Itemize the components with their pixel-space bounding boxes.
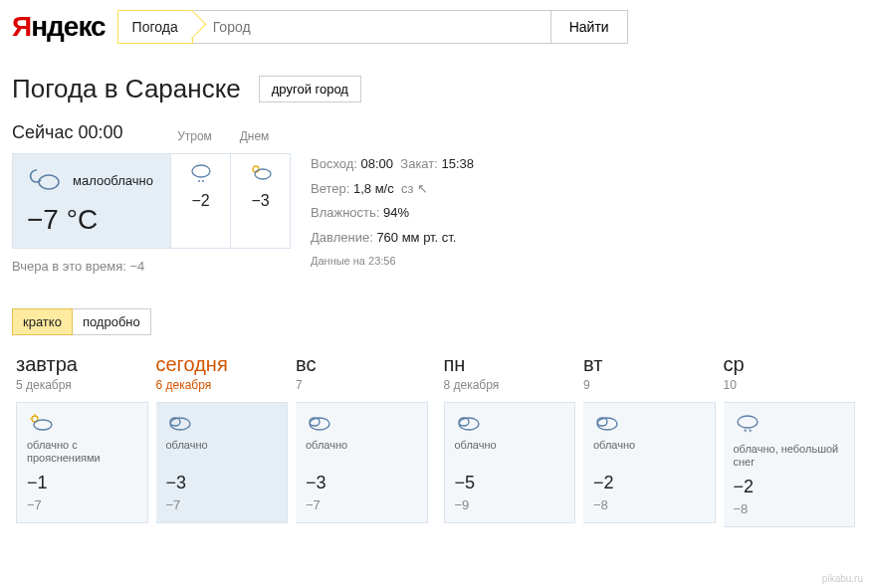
forecast-low: −7 xyxy=(166,497,278,512)
svg-point-18 xyxy=(738,416,758,428)
forecast-card: облачно−2−8 xyxy=(583,402,716,523)
forecast-day-name: завтра xyxy=(16,353,148,376)
other-city-button[interactable]: другой город xyxy=(259,76,361,102)
yesterday-temp: Вчера в это время: −4 xyxy=(12,259,291,274)
search-input[interactable] xyxy=(193,10,551,44)
part-temp-morning: −2 xyxy=(191,192,209,210)
part-card-day: −3 xyxy=(231,153,291,249)
forecast-card: облачно−3−7 xyxy=(156,402,289,523)
cloud-icon xyxy=(166,413,278,433)
forecast-day[interactable]: вс7облачно−3−7 xyxy=(292,353,432,527)
now-condition: малооблачно xyxy=(73,173,153,188)
weather-details: Восход: 08:00 Закат: 15:38 Ветер: 1,8 м/… xyxy=(311,152,474,274)
cloud-icon xyxy=(593,413,705,433)
forecast-day-name: вт xyxy=(583,353,716,376)
forecast-day-date: 5 декабря xyxy=(16,378,148,392)
sun-cloud-icon xyxy=(27,413,137,433)
svg-point-0 xyxy=(39,175,59,189)
forecast-day-date: 8 декабря xyxy=(444,378,576,392)
forecast-day-date: 6 декабря xyxy=(156,378,289,392)
part-card-morning: −2 xyxy=(171,153,231,249)
forecast-day-name: ср xyxy=(724,353,856,376)
forecast-high: −2 xyxy=(593,473,705,493)
part-label-morning: Утром xyxy=(165,129,225,143)
svg-point-1 xyxy=(192,165,210,177)
forecast-high: −3 xyxy=(306,473,417,493)
forecast-day-date: 9 xyxy=(583,378,716,392)
forecast-day[interactable]: вт9облачно−2−8 xyxy=(579,353,720,527)
main-content: Погода в Саранске другой город Сейчас 00… xyxy=(0,54,871,547)
forecast-low: −8 xyxy=(734,501,845,516)
forecast-day-name: пн xyxy=(444,353,576,376)
moon-cloud-icon xyxy=(27,166,63,194)
forecast-condition: облачно xyxy=(166,439,278,465)
svg-point-2 xyxy=(198,180,200,182)
forecast-card: облачно−3−7 xyxy=(296,402,428,523)
forecast-day-date: 7 xyxy=(296,378,428,392)
forecast-day-name: вс xyxy=(296,353,428,376)
part-label-day: Днем xyxy=(225,129,285,143)
forecast-card: **облачно, небольшой снег−2−8 xyxy=(724,402,856,527)
forecast-condition: облачно с прояснениями xyxy=(27,439,137,465)
forecast-condition: облачно xyxy=(593,439,705,465)
svg-point-9 xyxy=(34,420,52,430)
forecast-low: −7 xyxy=(27,497,137,512)
svg-text:*: * xyxy=(744,427,748,437)
svg-point-5 xyxy=(255,169,271,179)
svg-point-3 xyxy=(202,180,204,182)
snow-cloud-icon xyxy=(188,162,214,184)
sun-cloud-icon xyxy=(248,162,274,184)
forecast-high: −2 xyxy=(734,477,845,497)
forecast-low: −9 xyxy=(455,497,565,512)
forecast-card: облачно−5−9 xyxy=(444,402,576,523)
forecast-high: −5 xyxy=(455,473,565,493)
tab-detailed[interactable]: подробно xyxy=(72,308,151,335)
forecast-condition: облачно, небольшой снег xyxy=(734,443,845,469)
forecast-day[interactable]: ср10**облачно, небольшой снег−2−8 xyxy=(720,353,860,527)
search-category-tag[interactable]: Погода xyxy=(117,10,193,44)
header: Яндекс Погода Найти xyxy=(0,0,871,54)
forecast-row: завтра5 декабряоблачно с прояснениями−1−… xyxy=(12,353,859,527)
forecast-condition: облачно xyxy=(455,439,565,465)
forecast-day-date: 10 xyxy=(724,378,856,392)
forecast-day[interactable]: завтра5 декабряоблачно с прояснениями−1−… xyxy=(12,353,152,527)
forecast-day[interactable]: сегодня6 декабряоблачно−3−7 xyxy=(152,353,293,527)
forecast-high: −1 xyxy=(27,473,137,493)
forecast-high: −3 xyxy=(166,473,278,493)
search-bar: Погода Найти xyxy=(117,10,628,44)
forecast-condition: облачно xyxy=(306,439,417,465)
forecast-day-name: сегодня xyxy=(156,353,289,376)
cloud-icon xyxy=(455,413,565,433)
now-temp: −7 °C xyxy=(27,204,156,236)
forecast-low: −7 xyxy=(306,497,417,512)
forecast-card: облачно с прояснениями−1−7 xyxy=(16,402,148,523)
now-card: малооблачно −7 °C xyxy=(12,153,171,249)
view-tabs: кратко подробно xyxy=(12,308,859,335)
wind-arrow-icon: ↖ xyxy=(417,177,428,202)
search-button[interactable]: Найти xyxy=(551,10,628,44)
logo[interactable]: Яндекс xyxy=(12,11,106,43)
tab-brief[interactable]: кратко xyxy=(12,308,73,335)
part-temp-day: −3 xyxy=(251,192,269,210)
page-title: Погода в Саранске xyxy=(12,74,241,104)
cloud-icon xyxy=(306,413,417,433)
snow-cloud-icon: ** xyxy=(734,413,845,437)
now-label: Сейчас 00:00 xyxy=(12,122,123,143)
svg-text:*: * xyxy=(749,427,753,437)
forecast-low: −8 xyxy=(593,497,705,512)
forecast-day[interactable]: пн8 декабряоблачно−5−9 xyxy=(440,353,580,527)
